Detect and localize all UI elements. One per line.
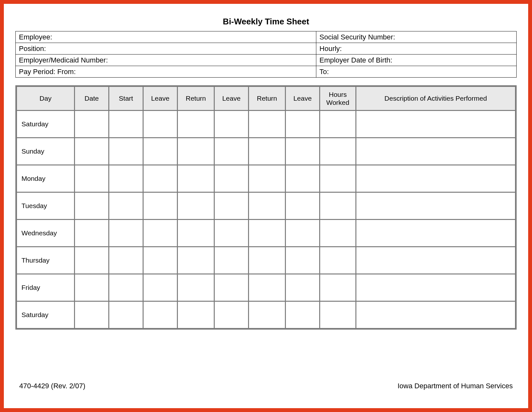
leave-3-cell <box>286 193 319 219</box>
employer-dob-label: Employer Date of Birth: <box>316 55 516 66</box>
header-leave-2: Leave <box>215 87 248 110</box>
leave-2-cell <box>215 111 248 137</box>
description-cell <box>356 165 515 192</box>
day-cell: Wednesday <box>17 220 74 246</box>
leave-2-cell <box>215 193 248 219</box>
date-cell <box>75 165 108 192</box>
employer-medicaid-label: Employer/Medicaid Number: <box>16 55 316 66</box>
table-row: Saturday <box>17 111 515 137</box>
leave-1-cell <box>144 165 177 192</box>
hours-cell <box>320 138 355 164</box>
grid-header-row: Day Date Start Leave Return Leave Return… <box>17 87 515 110</box>
date-cell <box>75 193 108 219</box>
table-row: Thursday <box>17 247 515 273</box>
leave-2-cell <box>215 302 248 328</box>
leave-3-cell <box>286 220 319 246</box>
date-cell <box>75 111 108 137</box>
hours-cell <box>320 220 355 246</box>
start-cell <box>109 193 143 219</box>
return-2-cell <box>249 274 285 301</box>
employee-label: Employee: <box>16 31 316 43</box>
return-1-cell <box>178 274 214 301</box>
position-label: Position: <box>16 43 316 55</box>
hours-cell <box>320 165 355 192</box>
leave-2-cell <box>215 138 248 164</box>
date-cell <box>75 274 108 301</box>
return-1-cell <box>178 220 214 246</box>
table-row: Friday <box>17 274 515 301</box>
table-row: Wednesday <box>17 220 515 246</box>
footer: 470-4429 (Rev. 2/07) Iowa Department of … <box>19 382 513 390</box>
leave-1-cell <box>144 247 177 273</box>
date-cell <box>75 138 108 164</box>
hours-cell <box>320 274 355 301</box>
start-cell <box>109 302 143 328</box>
leave-2-cell <box>215 274 248 301</box>
leave-1-cell <box>144 302 177 328</box>
table-row: Monday <box>17 165 515 192</box>
ssn-label: Social Security Number: <box>316 31 516 43</box>
table-row: Tuesday <box>17 193 515 219</box>
day-cell: Thursday <box>17 247 74 273</box>
date-cell <box>75 220 108 246</box>
pay-period-to-label: To: <box>316 66 516 78</box>
page-title: Bi-Weekly Time Sheet <box>15 17 517 27</box>
start-cell <box>109 274 143 301</box>
header-day: Day <box>17 87 74 110</box>
return-2-cell <box>249 138 285 164</box>
return-2-cell <box>249 220 285 246</box>
start-cell <box>109 247 143 273</box>
header-description: Description of Activities Performed <box>356 87 515 110</box>
start-cell <box>109 165 143 192</box>
leave-3-cell <box>286 165 319 192</box>
return-1-cell <box>178 302 214 328</box>
day-cell: Saturday <box>17 111 74 137</box>
description-cell <box>356 247 515 273</box>
header-return-1: Return <box>178 87 214 110</box>
leave-3-cell <box>286 302 319 328</box>
leave-3-cell <box>286 111 319 137</box>
header-hours-worked: Hours Worked <box>320 87 355 110</box>
return-1-cell <box>178 247 214 273</box>
leave-1-cell <box>144 274 177 301</box>
return-1-cell <box>178 138 214 164</box>
description-cell <box>356 274 515 301</box>
leave-1-cell <box>144 193 177 219</box>
pay-period-from-label: Pay Period: From: <box>16 66 316 78</box>
leave-3-cell <box>286 247 319 273</box>
date-cell <box>75 302 108 328</box>
header-start: Start <box>109 87 143 110</box>
description-cell <box>356 138 515 164</box>
leave-2-cell <box>215 220 248 246</box>
start-cell <box>109 111 143 137</box>
return-2-cell <box>249 111 285 137</box>
leave-2-cell <box>215 247 248 273</box>
header-leave-1: Leave <box>144 87 177 110</box>
day-cell: Saturday <box>17 302 74 328</box>
description-cell <box>356 220 515 246</box>
document-frame: Bi-Weekly Time Sheet Employee: Social Se… <box>0 0 532 412</box>
hours-cell <box>320 111 355 137</box>
header-date: Date <box>75 87 108 110</box>
table-row: Sunday <box>17 138 515 164</box>
hours-cell <box>320 302 355 328</box>
day-cell: Sunday <box>17 138 74 164</box>
leave-3-cell <box>286 138 319 164</box>
leave-1-cell <box>144 138 177 164</box>
day-cell: Tuesday <box>17 193 74 219</box>
hours-cell <box>320 193 355 219</box>
return-1-cell <box>178 165 214 192</box>
description-cell <box>356 302 515 328</box>
return-1-cell <box>178 193 214 219</box>
description-cell <box>356 193 515 219</box>
hourly-label: Hourly: <box>316 43 516 55</box>
day-cell: Friday <box>17 274 74 301</box>
return-1-cell <box>178 111 214 137</box>
leave-3-cell <box>286 274 319 301</box>
return-2-cell <box>249 193 285 219</box>
leave-1-cell <box>144 111 177 137</box>
return-2-cell <box>249 302 285 328</box>
hours-cell <box>320 247 355 273</box>
timesheet-grid: Day Date Start Leave Return Leave Return… <box>15 85 517 330</box>
return-2-cell <box>249 165 285 192</box>
